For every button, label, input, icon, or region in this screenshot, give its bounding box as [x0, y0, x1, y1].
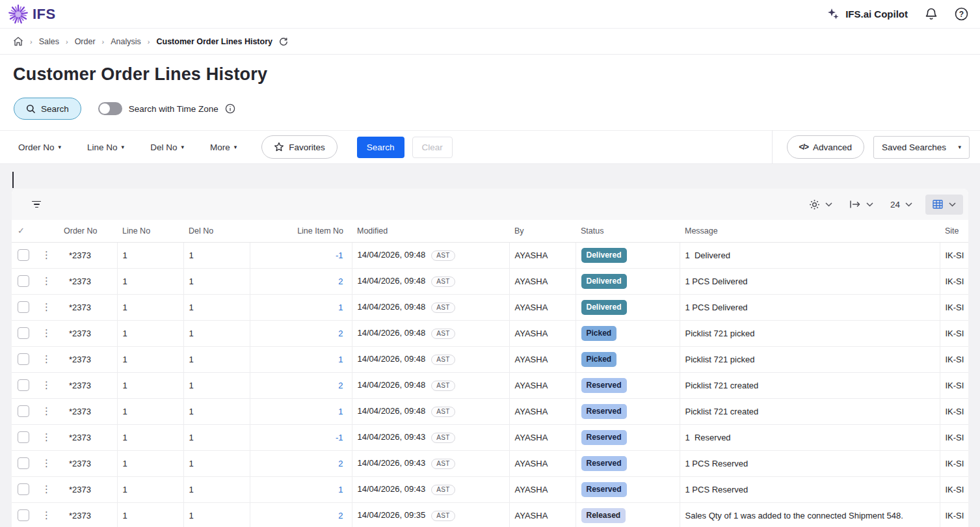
divider — [772, 130, 773, 164]
filter-bar: Order No ▾ Line No ▾ Del No ▾ More ▾ Fav… — [0, 130, 980, 164]
line-item-no-link[interactable]: 2 — [338, 459, 343, 468]
row-checkbox[interactable] — [18, 249, 29, 261]
row-menu-button[interactable] — [42, 353, 49, 365]
row-checkbox[interactable] — [18, 353, 29, 365]
line-no-cell: 1 — [117, 242, 183, 268]
row-menu-button[interactable] — [42, 457, 49, 469]
col-header-site[interactable]: Site — [940, 220, 968, 242]
modified-cell: 14/04/2026, 09:35AST — [352, 502, 509, 527]
grid-jump-button[interactable] — [845, 197, 877, 211]
row-checkbox[interactable] — [18, 301, 29, 313]
filter-search-button[interactable]: Search — [357, 137, 404, 158]
message-cell: 1 PCS Delivered — [680, 294, 940, 320]
line-item-no-link[interactable]: 2 — [338, 329, 343, 338]
page-size-value: 24 — [890, 200, 900, 209]
chevron-down-icon — [825, 202, 832, 207]
info-icon[interactable] — [225, 103, 235, 114]
row-menu-button[interactable] — [42, 483, 49, 495]
view-mode-selector[interactable] — [925, 195, 963, 215]
sparkles-icon — [827, 8, 840, 21]
favorites-label: Favorites — [289, 142, 325, 152]
col-header-order-no[interactable]: Order No — [55, 220, 117, 242]
filter-field-line-no[interactable]: Line No ▾ — [87, 142, 124, 152]
select-all-checkmark-icon[interactable] — [18, 226, 25, 236]
order-no-cell: *2373 — [55, 242, 117, 268]
breadcrumb-item-order[interactable]: Order — [75, 37, 96, 46]
row-checkbox[interactable] — [18, 483, 29, 495]
col-header-line-item-no[interactable]: Line Item No — [250, 220, 352, 242]
line-item-no-link[interactable]: -1 — [336, 250, 343, 260]
site-cell: IK-SI — [940, 502, 968, 527]
search-pill-button[interactable]: Search — [14, 98, 81, 120]
row-checkbox[interactable] — [18, 379, 29, 391]
saved-searches-dropdown[interactable]: Saved Searches ▾ — [873, 136, 970, 159]
col-header-del-no[interactable]: Del No — [183, 220, 250, 242]
line-item-no-link[interactable]: -1 — [336, 433, 343, 442]
help-button[interactable]: ? — [955, 7, 968, 21]
timezone-toggle[interactable] — [98, 102, 122, 115]
col-header-by[interactable]: By — [509, 220, 576, 242]
modified-cell: 14/04/2026, 09:48AST — [352, 242, 509, 268]
favorites-button[interactable]: Favorites — [261, 135, 338, 159]
line-item-no-link[interactable]: 1 — [338, 355, 343, 364]
message-cell: Picklist 721 created — [680, 372, 940, 398]
filter-field-del-no[interactable]: Del No ▾ — [150, 142, 184, 152]
timezone-badge: AST — [431, 303, 455, 313]
refresh-icon[interactable] — [279, 37, 288, 46]
col-header-line-no[interactable]: Line No — [117, 220, 183, 242]
modified-cell: 14/04/2026, 09:48AST — [352, 268, 509, 294]
row-menu-button[interactable] — [42, 275, 49, 287]
line-item-no-link[interactable]: 1 — [338, 407, 343, 416]
line-item-no-link[interactable]: 2 — [338, 381, 343, 390]
row-checkbox[interactable] — [18, 275, 29, 287]
notifications-button[interactable] — [925, 7, 938, 21]
line-item-no-link[interactable]: 2 — [338, 511, 343, 520]
filter-field-more[interactable]: More ▾ — [210, 142, 237, 152]
breadcrumb-item-sales[interactable]: Sales — [39, 37, 59, 46]
advanced-label: Advanced — [813, 142, 852, 152]
row-menu-button[interactable] — [42, 405, 49, 417]
col-header-status[interactable]: Status — [576, 220, 680, 242]
row-checkbox[interactable] — [18, 509, 29, 521]
row-menu-button[interactable] — [42, 301, 49, 313]
line-no-cell: 1 — [117, 372, 183, 398]
row-menu-button[interactable] — [42, 509, 49, 521]
del-no-cell: 1 — [183, 372, 250, 398]
row-menu-button[interactable] — [42, 379, 49, 391]
breadcrumb-separator: › — [148, 38, 150, 46]
advanced-button[interactable]: </> Advanced — [787, 135, 864, 159]
ifs-logo[interactable]: IFS — [7, 3, 56, 26]
row-menu-button[interactable] — [42, 249, 49, 261]
table-body: *2373 1 1 -1 14/04/2026, 09:48AST AYASHA… — [12, 242, 968, 527]
line-no-cell: 1 — [117, 398, 183, 424]
chevron-down-icon — [905, 202, 912, 207]
line-item-no-link[interactable]: 1 — [338, 303, 343, 312]
order-no-cell: *2373 — [55, 398, 117, 424]
home-icon[interactable] — [13, 36, 23, 46]
line-item-no-link[interactable]: 1 — [338, 485, 343, 494]
timezone-badge: AST — [431, 407, 455, 417]
copilot-button[interactable]: IFS.ai Copilot — [827, 8, 908, 21]
page-size-selector[interactable]: 24 — [886, 197, 916, 212]
row-checkbox[interactable] — [18, 457, 29, 469]
breadcrumb-item-analysis[interactable]: Analysis — [111, 37, 141, 46]
modified-cell: 14/04/2026, 09:43AST — [352, 476, 509, 502]
table-panel: 24 — [12, 189, 968, 527]
col-header-message[interactable]: Message — [680, 220, 940, 242]
line-item-no-link[interactable]: 2 — [338, 277, 343, 286]
filter-field-label: Del No — [150, 142, 177, 152]
row-checkbox[interactable] — [18, 327, 29, 339]
row-menu-button[interactable] — [42, 431, 49, 443]
line-no-cell: 1 — [117, 320, 183, 346]
code-icon: </> — [799, 142, 808, 152]
message-cell: Picklist 721 created — [680, 398, 940, 424]
row-checkbox[interactable] — [18, 431, 29, 443]
filter-field-order-no[interactable]: Order No ▾ — [18, 142, 61, 152]
col-header-modified[interactable]: Modified — [352, 220, 509, 242]
row-checkbox[interactable] — [18, 405, 29, 417]
filter-lines-icon[interactable] — [31, 201, 42, 208]
status-badge: Picked — [581, 326, 617, 341]
row-menu-button[interactable] — [42, 327, 49, 339]
message-cell: 1 PCS Reserved — [680, 476, 940, 502]
grid-settings-button[interactable] — [805, 196, 836, 213]
